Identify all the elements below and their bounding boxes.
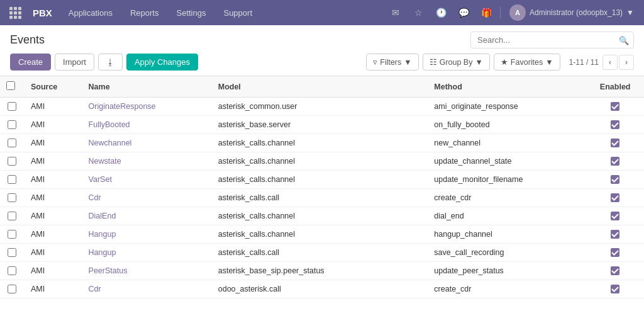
select-all-header	[0, 76, 25, 98]
col-method-header[interactable]: Method	[428, 76, 586, 98]
nav-applications[interactable]: Applications	[60, 0, 121, 25]
row-checkbox[interactable]	[8, 248, 16, 257]
search-input[interactable]	[470, 31, 634, 48]
row-model: asterisk_calls.call	[212, 189, 428, 207]
row-method: hangup_channel	[428, 225, 586, 244]
row-name[interactable]: OriginateResponse	[82, 98, 212, 116]
col-source-header[interactable]: Source	[25, 76, 82, 98]
row-model: asterisk_common.user	[212, 98, 428, 116]
row-checkbox[interactable]	[8, 102, 16, 111]
row-checkbox[interactable]	[8, 285, 16, 293]
row-source: AMI	[25, 280, 82, 298]
row-checkbox[interactable]	[8, 193, 16, 202]
page-header: Events 🔍	[0, 25, 644, 48]
star-icon[interactable]: ☆	[408, 3, 428, 23]
row-model: asterisk_calls.channel	[212, 171, 428, 189]
nav-actions: ✉ ☆ 🕐 💬 🎁 A Administrator (odoopbx_13) ▼	[386, 3, 639, 23]
app-menu-button[interactable]	[5, 0, 25, 25]
chat-icon[interactable]: 💬	[453, 3, 474, 23]
row-method: update_channel_state	[428, 152, 586, 171]
table-row: AMI Cdr asterisk_calls.call create_cdr	[0, 189, 644, 207]
row-enabled	[586, 152, 644, 171]
row-model: asterisk_calls.channel	[212, 152, 428, 171]
row-enabled	[586, 280, 644, 298]
toolbar: Create Import ⭳ Apply Changes ▿ Filters …	[0, 48, 644, 76]
row-source: AMI	[25, 116, 82, 134]
row-checkbox-cell	[0, 134, 25, 152]
row-enabled	[586, 98, 644, 116]
select-all-checkbox[interactable]	[6, 81, 15, 90]
row-source: AMI	[25, 189, 82, 207]
row-name[interactable]: FullyBooted	[82, 116, 212, 134]
col-model-header[interactable]: Model	[212, 76, 428, 98]
group-by-label: Group By	[440, 58, 473, 67]
table-row: AMI FullyBooted asterisk_base.server on_…	[0, 116, 644, 134]
row-name[interactable]: Cdr	[82, 280, 212, 298]
table-header-row: Source Name Model Method Enabled	[0, 76, 644, 98]
row-name[interactable]: Hangup	[82, 225, 212, 244]
table-row: AMI Hangup asterisk_calls.call save_call…	[0, 244, 644, 262]
row-method: save_call_recording	[428, 244, 586, 262]
col-name-header[interactable]: Name	[82, 76, 212, 98]
row-enabled	[586, 262, 644, 280]
row-model: asterisk_base.server	[212, 116, 428, 134]
row-method: dial_end	[428, 207, 586, 225]
col-enabled-header[interactable]: Enabled	[586, 76, 644, 98]
filters-chevron: ▼	[404, 58, 411, 67]
gift-icon[interactable]: 🎁	[476, 3, 496, 23]
favorites-star-icon: ★	[501, 57, 508, 67]
filters-label: Filters	[380, 58, 401, 67]
row-name[interactable]: Newstate	[82, 152, 212, 171]
row-enabled	[586, 116, 644, 134]
row-model: asterisk_base_sip.peer_status	[212, 262, 428, 280]
row-checkbox[interactable]	[8, 139, 16, 147]
row-name[interactable]: PeerStatus	[82, 262, 212, 280]
row-name[interactable]: Newchannel	[82, 134, 212, 152]
row-name[interactable]: VarSet	[82, 171, 212, 189]
import-button[interactable]: Import	[55, 54, 94, 71]
download-button[interactable]: ⭳	[98, 54, 123, 71]
row-checkbox[interactable]	[8, 212, 16, 220]
table-row: AMI Cdr odoo_asterisk.call create_cdr	[0, 280, 644, 298]
row-name[interactable]: Cdr	[82, 189, 212, 207]
row-name[interactable]: Hangup	[82, 244, 212, 262]
username: Administrator (odoopbx_13)	[530, 8, 623, 17]
search-icon[interactable]: 🔍	[619, 35, 629, 45]
prev-page-button[interactable]: ‹	[602, 55, 618, 70]
next-page-button[interactable]: ›	[619, 55, 634, 70]
favorites-button[interactable]: ★ Favorites ▼	[494, 54, 560, 71]
nav-settings[interactable]: Settings	[167, 0, 214, 25]
row-method: new_channel	[428, 134, 586, 152]
row-source: AMI	[25, 152, 82, 171]
row-method: update_peer_status	[428, 262, 586, 280]
row-checkbox-cell	[0, 244, 25, 262]
row-method: ami_originate_response	[428, 98, 586, 116]
row-source: AMI	[25, 98, 82, 116]
row-checkbox[interactable]	[8, 230, 16, 239]
filters-button[interactable]: ▿ Filters ▼	[366, 54, 418, 71]
apply-changes-button[interactable]: Apply Changes	[126, 54, 198, 71]
create-button[interactable]: Create	[10, 54, 51, 71]
clock-icon[interactable]: 🕐	[431, 3, 451, 23]
row-model: asterisk_calls.channel	[212, 225, 428, 244]
row-checkbox[interactable]	[8, 157, 16, 166]
nav-support[interactable]: Support	[214, 0, 261, 25]
table-row: AMI VarSet asterisk_calls.channel update…	[0, 171, 644, 189]
pagination-buttons: ‹ ›	[602, 55, 634, 70]
messaging-icon[interactable]: ✉	[386, 3, 406, 23]
row-checkbox[interactable]	[8, 175, 16, 184]
top-navigation: PBX Applications Reports Settings Suppor…	[0, 0, 644, 25]
row-checkbox-cell	[0, 225, 25, 244]
row-checkbox[interactable]	[8, 120, 16, 129]
group-by-button[interactable]: ☷ Group By ▼	[423, 54, 490, 71]
row-model: asterisk_calls.channel	[212, 207, 428, 225]
user-menu[interactable]: A Administrator (odoopbx_13) ▼	[504, 4, 639, 21]
row-name[interactable]: DialEnd	[82, 207, 212, 225]
table-row: AMI DialEnd asterisk_calls.channel dial_…	[0, 207, 644, 225]
filter-icon: ▿	[373, 57, 377, 67]
row-enabled	[586, 134, 644, 152]
row-checkbox-cell	[0, 280, 25, 298]
nav-reports[interactable]: Reports	[121, 0, 168, 25]
table-row: AMI OriginateResponse asterisk_common.us…	[0, 98, 644, 116]
row-checkbox[interactable]	[8, 266, 16, 275]
